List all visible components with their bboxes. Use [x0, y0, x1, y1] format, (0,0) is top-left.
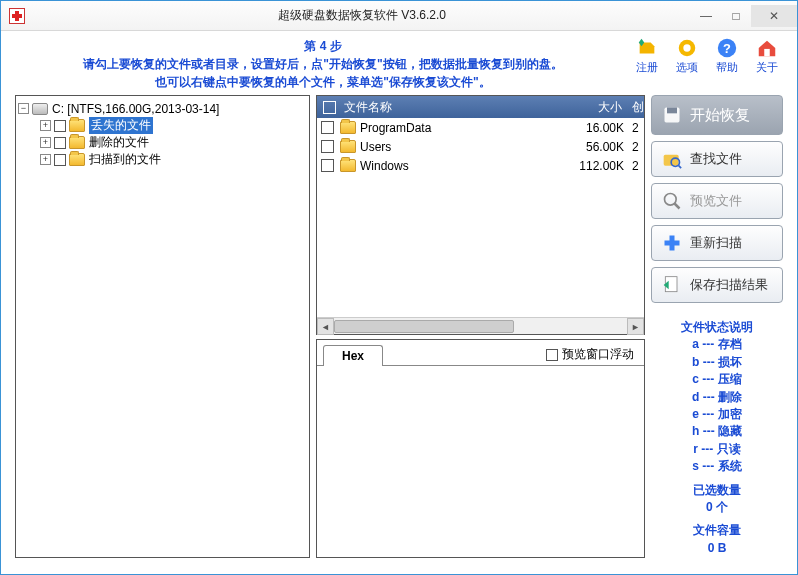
legend-item: c --- 压缩 — [651, 371, 783, 388]
legend-item: s --- 系统 — [651, 458, 783, 475]
maximize-button[interactable]: □ — [721, 5, 751, 27]
hex-tab[interactable]: Hex — [323, 345, 383, 366]
file-name: Windows — [360, 159, 562, 173]
toolbar-label: 选项 — [676, 60, 698, 75]
scroll-left-icon[interactable]: ◄ — [317, 318, 334, 335]
svg-point-1 — [683, 44, 690, 51]
toolbar: 注册 选项 ? 帮助 关于 — [631, 37, 783, 91]
tree-node[interactable]: + 删除的文件 — [18, 134, 307, 151]
help-icon: ? — [716, 37, 738, 59]
scroll-thumb[interactable] — [334, 320, 514, 333]
header-row: 第 4 步 请勾上要恢复的文件或者目录，设置好后，点"开始恢复"按钮，把数据批量… — [1, 31, 797, 95]
svg-rect-6 — [667, 108, 677, 114]
checkbox[interactable] — [546, 349, 558, 361]
tree-node[interactable]: + 扫描到的文件 — [18, 151, 307, 168]
preview-float-toggle[interactable]: 预览窗口浮动 — [546, 346, 634, 363]
file-list-header: 文件名称 大小 创 — [317, 96, 644, 118]
file-size: 56.00K — [562, 140, 632, 154]
horizontal-scrollbar[interactable]: ◄ ► — [317, 317, 644, 334]
center-column: 文件名称 大小 创 ProgramData 16.00K 2 Users 56.… — [316, 95, 645, 558]
file-name: Users — [360, 140, 562, 154]
app-icon — [9, 8, 25, 24]
checkbox[interactable] — [54, 154, 66, 166]
file-name: ProgramData — [360, 121, 562, 135]
collapse-icon[interactable]: − — [18, 103, 29, 114]
disk-icon — [32, 103, 48, 115]
folder-icon — [69, 153, 85, 166]
svg-text:?: ? — [723, 41, 731, 56]
col-name[interactable]: 文件名称 — [342, 99, 562, 116]
svg-rect-13 — [665, 241, 680, 246]
tree-root[interactable]: − C: [NTFS,166.00G,2013-03-14] — [18, 100, 307, 117]
checkbox[interactable] — [321, 121, 334, 134]
file-state: 2 — [632, 140, 644, 154]
button-label: 重新扫描 — [690, 234, 742, 252]
preview-file-button[interactable]: 预览文件 — [651, 183, 783, 219]
selected-size-label: 文件容量 — [651, 522, 783, 539]
status-legend: 文件状态说明 a --- 存档 b --- 损坏 c --- 压缩 d --- … — [651, 319, 783, 557]
expand-icon[interactable]: + — [40, 120, 51, 131]
minimize-button[interactable]: — — [691, 5, 721, 27]
about-icon — [756, 37, 778, 59]
window-title: 超级硬盘数据恢复软件 V3.6.2.0 — [33, 7, 691, 24]
selected-size: 0 B — [651, 540, 783, 557]
rescan-icon — [662, 233, 682, 253]
titlebar: 超级硬盘数据恢复软件 V3.6.2.0 — □ ✕ — [1, 1, 797, 31]
file-row[interactable]: Users 56.00K 2 — [317, 137, 644, 156]
legend-item: h --- 隐藏 — [651, 423, 783, 440]
find-file-button[interactable]: 查找文件 — [651, 141, 783, 177]
scroll-right-icon[interactable]: ► — [627, 318, 644, 335]
expand-icon[interactable]: + — [40, 137, 51, 148]
toolbar-label: 帮助 — [716, 60, 738, 75]
svg-line-9 — [679, 166, 682, 169]
save-result-icon — [662, 275, 682, 295]
folder-icon — [340, 140, 356, 153]
close-button[interactable]: ✕ — [751, 5, 797, 27]
tree-node-label: 丢失的文件 — [89, 117, 153, 134]
file-state: 2 — [632, 121, 644, 135]
legend-item: d --- 删除 — [651, 389, 783, 406]
checkbox[interactable] — [54, 120, 66, 132]
legend-item: a --- 存档 — [651, 336, 783, 353]
toolbar-register[interactable]: 注册 — [631, 37, 663, 75]
start-recover-button[interactable]: 开始恢复 — [651, 95, 783, 135]
preview-panel: Hex 预览窗口浮动 — [316, 339, 645, 558]
toolbar-options[interactable]: 选项 — [671, 37, 703, 75]
col-state[interactable]: 创 — [632, 99, 644, 116]
file-list: 文件名称 大小 创 ProgramData 16.00K 2 Users 56.… — [316, 95, 645, 335]
col-size[interactable]: 大小 — [562, 99, 632, 116]
file-row[interactable]: Windows 112.00K 2 — [317, 156, 644, 175]
window-buttons: — □ ✕ — [691, 5, 797, 27]
instructions: 第 4 步 请勾上要恢复的文件或者目录，设置好后，点"开始恢复"按钮，把数据批量… — [15, 37, 631, 91]
folder-tree[interactable]: − C: [NTFS,166.00G,2013-03-14] + 丢失的文件 +… — [15, 95, 310, 558]
folder-icon — [69, 136, 85, 149]
expand-icon[interactable]: + — [40, 154, 51, 165]
file-state: 2 — [632, 159, 644, 173]
rescan-button[interactable]: 重新扫描 — [651, 225, 783, 261]
checkbox[interactable] — [321, 159, 334, 172]
legend-item: e --- 加密 — [651, 406, 783, 423]
main-area: − C: [NTFS,166.00G,2013-03-14] + 丢失的文件 +… — [1, 95, 797, 568]
toolbar-help[interactable]: ? 帮助 — [711, 37, 743, 75]
instruction-line-1: 请勾上要恢复的文件或者目录，设置好后，点"开始恢复"按钮，把数据批量恢复到别的盘… — [15, 55, 631, 73]
save-result-button[interactable]: 保存扫描结果 — [651, 267, 783, 303]
checkbox[interactable] — [321, 140, 334, 153]
button-label: 预览文件 — [690, 192, 742, 210]
tree-node[interactable]: + 丢失的文件 — [18, 117, 307, 134]
file-size: 16.00K — [562, 121, 632, 135]
toolbar-about[interactable]: 关于 — [751, 37, 783, 75]
preview-icon — [662, 191, 682, 211]
file-row[interactable]: ProgramData 16.00K 2 — [317, 118, 644, 137]
file-list-body[interactable]: ProgramData 16.00K 2 Users 56.00K 2 Wind… — [317, 118, 644, 317]
preview-top: Hex 预览窗口浮动 — [317, 340, 644, 365]
button-label: 查找文件 — [690, 150, 742, 168]
toolbar-label: 关于 — [756, 60, 778, 75]
step-label: 第 4 步 — [15, 37, 631, 55]
checkbox[interactable] — [54, 137, 66, 149]
right-column: 开始恢复 查找文件 预览文件 重新扫描 保存扫描结果 文件状态说明 a --- … — [651, 95, 783, 558]
tree-node-label: 扫描到的文件 — [89, 151, 161, 168]
svg-point-10 — [665, 194, 677, 206]
legend-item: b --- 损坏 — [651, 354, 783, 371]
select-all-checkbox[interactable] — [323, 101, 336, 114]
svg-line-11 — [675, 204, 680, 209]
